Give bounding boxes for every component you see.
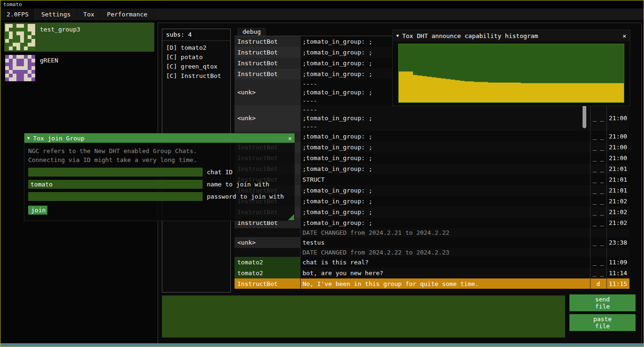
message-text: STRUCT	[300, 174, 590, 185]
timestamp: 21:02	[606, 196, 629, 207]
delivery-status: d	[590, 278, 606, 289]
timestamp: 21:00	[606, 105, 629, 131]
tab-debug[interactable]: debug	[237, 28, 266, 36]
delivery-status: _ _	[590, 185, 606, 196]
timestamp	[606, 228, 629, 237]
message-text: ;tomato_in_group: ;	[300, 163, 590, 174]
chat-message-row[interactable]: <unk>---- ;tomato_in_group: ; ----_ _21:…	[235, 105, 629, 131]
timestamp: 11:14	[606, 268, 629, 278]
window-title: tomato	[3, 1, 22, 8]
join-button[interactable]: join	[28, 206, 47, 215]
delivery-status: _ _	[590, 105, 606, 131]
menu-tox[interactable]: Tox	[77, 8, 101, 20]
timestamp: 21:00	[606, 142, 629, 153]
histogram-plot	[398, 44, 624, 103]
join-group-description-1: NGC refers to the New DHT enabled Group …	[28, 147, 291, 155]
join-name-input[interactable]	[28, 180, 203, 189]
timestamp: 21:00	[606, 153, 629, 163]
delivery-status: _ _	[590, 268, 606, 278]
delivery-status	[590, 228, 606, 237]
delivery-status: _ _	[590, 163, 606, 174]
message-text: ;tomato_in_group: ;	[300, 131, 590, 142]
chat-scrollbar-thumb[interactable]	[583, 104, 586, 128]
timestamp: 21:02	[606, 217, 629, 228]
sender-name	[235, 248, 300, 257]
sender-name: tomato2	[235, 268, 300, 278]
close-icon[interactable]: ✕	[288, 135, 292, 142]
message-text: ---- ;tomato_in_group: ; ----	[300, 105, 590, 131]
timestamp	[606, 248, 629, 257]
window-titlebar[interactable]: tomato	[0, 0, 644, 8]
sender-name: InstructBot	[235, 58, 300, 69]
delivery-status: _ _	[590, 207, 606, 217]
join-password-input[interactable]	[28, 192, 203, 201]
message-text: ;tomato_in_group: ;	[300, 185, 590, 196]
date-changed-text: DATE CHANGED from 2024.2.22 to 2024.2.23	[300, 248, 590, 257]
sender-name: InstructBot	[235, 47, 300, 58]
member-item[interactable]: [C] green_qtox	[162, 62, 230, 71]
group-item-gREEN[interactable]: gREEN	[4, 54, 154, 83]
delivery-status: _ _	[590, 131, 606, 142]
member-item[interactable]: [C] potato	[162, 53, 230, 62]
join-group-window: ▼ Tox join Group ✕ NGC refers to the New…	[24, 133, 295, 221]
delivery-status: _ _	[590, 237, 606, 248]
column-divider	[300, 36, 301, 289]
message-text: ;tomato_in_group: ;	[300, 207, 590, 217]
delivery-status: _ _	[590, 217, 606, 228]
join-group-titlebar[interactable]: ▼ Tox join Group ✕	[24, 133, 295, 143]
chat-message-row[interactable]: tomato2bot, are you new here?_ _11:14	[235, 268, 629, 278]
menu-settings[interactable]: Settings	[35, 8, 77, 20]
send-file-button[interactable]: send file	[569, 294, 636, 311]
join-name-label: name to join with	[207, 181, 269, 188]
message-text: ;tomato_in_group: ;	[300, 153, 590, 163]
sender-name	[235, 228, 300, 237]
members-count: subs: 4	[162, 29, 230, 41]
group-avatar	[5, 24, 35, 50]
message-text: ;tomato_in_group: ;	[300, 142, 590, 153]
message-text: ;tomato_in_group: ;	[300, 196, 590, 207]
sender-name: tomato2	[235, 257, 300, 268]
delivery-status	[590, 248, 606, 257]
date-changed-text: DATE CHANGED from 2024.2.21 to 2024.2.22	[300, 228, 590, 237]
delivery-status: _ _	[590, 153, 606, 163]
group-avatar	[5, 55, 35, 81]
timestamp: 11:09	[606, 257, 629, 268]
chat-id-input[interactable]	[28, 168, 203, 177]
message-text: testus	[300, 237, 590, 248]
dht-histogram-titlebar[interactable]: ▼ Tox DHT announce capability histogram …	[393, 30, 630, 41]
collapse-arrow-icon[interactable]: ▼	[396, 33, 399, 38]
timestamp: 21:02	[606, 207, 629, 217]
collapse-arrow-icon[interactable]: ▼	[27, 136, 30, 140]
message-input[interactable]	[162, 295, 565, 338]
join-password-label: password to join with	[207, 193, 284, 200]
group-name: gREEN	[40, 57, 58, 64]
menu-bar: 2.0FPS Settings Tox Performance	[0, 8, 644, 21]
group-name: test_group3	[40, 26, 80, 33]
sender-name: InstructBot	[235, 69, 300, 79]
group-item-test_group3[interactable]: test_group3	[4, 23, 154, 52]
delivery-status: _ _	[590, 142, 606, 153]
paste-file-button[interactable]: paste file	[569, 314, 636, 331]
sender-name: InstructBot	[235, 278, 300, 289]
fps-counter: 2.0FPS	[0, 8, 35, 20]
member-item[interactable]: [D] tomato2	[162, 43, 230, 53]
menu-performance[interactable]: Performance	[101, 8, 154, 20]
sender-name: <unk>	[235, 105, 300, 131]
message-text: chat is this real?	[300, 257, 590, 268]
resize-grip[interactable]	[288, 214, 294, 220]
timestamp: 21:01	[606, 163, 629, 174]
join-group-title: Tox join Group	[33, 135, 84, 142]
chat-id-label: chat ID	[207, 169, 233, 176]
dht-histogram-title: Tox DHT announce capability histogram	[402, 32, 538, 39]
close-icon[interactable]: ✕	[622, 32, 626, 39]
date-divider-row: DATE CHANGED from 2024.2.21 to 2024.2.22	[235, 228, 629, 237]
chat-message-row[interactable]: tomato2chat is this real?_ _11:09	[235, 257, 629, 268]
timestamp: 23:38	[606, 237, 629, 248]
message-text: ;tomato_in_group: ;	[300, 217, 590, 228]
member-item[interactable]: [C] InstructBot	[162, 71, 230, 81]
chat-message-row[interactable]: <unk>testus_ _23:38	[235, 237, 629, 248]
delivery-status: _ _	[590, 257, 606, 268]
timestamp: 21:01	[606, 174, 629, 185]
message-text: bot, are you new here?	[300, 268, 590, 278]
chat-message-row[interactable]: InstructBotNo, I've been in this group f…	[235, 278, 629, 289]
